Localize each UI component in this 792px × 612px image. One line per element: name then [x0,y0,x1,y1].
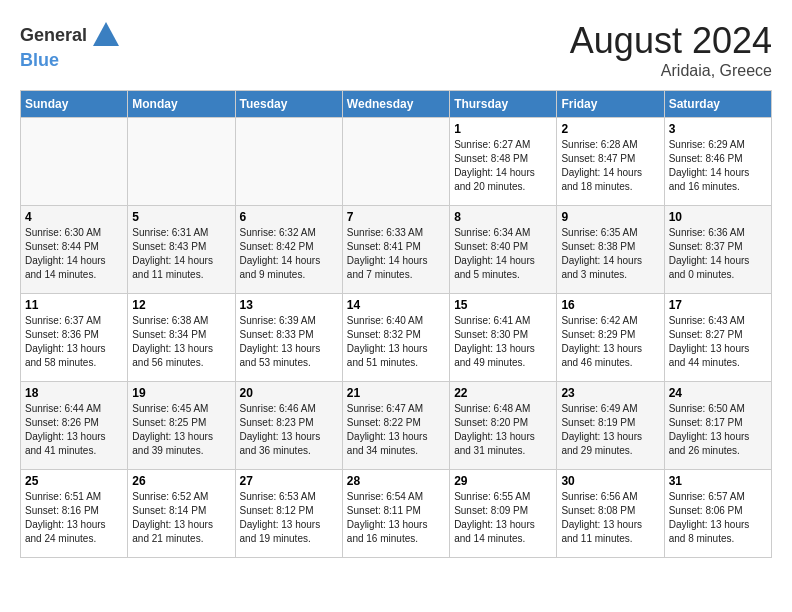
day-info: Sunrise: 6:51 AM Sunset: 8:16 PM Dayligh… [25,490,123,546]
day-info: Sunrise: 6:57 AM Sunset: 8:06 PM Dayligh… [669,490,767,546]
day-info: Sunrise: 6:40 AM Sunset: 8:32 PM Dayligh… [347,314,445,370]
day-info: Sunrise: 6:35 AM Sunset: 8:38 PM Dayligh… [561,226,659,282]
calendar-cell: 30Sunrise: 6:56 AM Sunset: 8:08 PM Dayli… [557,470,664,558]
calendar-cell: 9Sunrise: 6:35 AM Sunset: 8:38 PM Daylig… [557,206,664,294]
calendar-cell [342,118,449,206]
day-number: 30 [561,474,659,488]
calendar-cell: 14Sunrise: 6:40 AM Sunset: 8:32 PM Dayli… [342,294,449,382]
day-number: 3 [669,122,767,136]
calendar-cell: 19Sunrise: 6:45 AM Sunset: 8:25 PM Dayli… [128,382,235,470]
day-number: 26 [132,474,230,488]
day-info: Sunrise: 6:31 AM Sunset: 8:43 PM Dayligh… [132,226,230,282]
day-info: Sunrise: 6:53 AM Sunset: 8:12 PM Dayligh… [240,490,338,546]
day-number: 28 [347,474,445,488]
day-number: 8 [454,210,552,224]
svg-marker-0 [93,22,119,46]
logo-block: General Blue [20,20,121,71]
day-number: 19 [132,386,230,400]
day-number: 11 [25,298,123,312]
page-header: General Blue August 2024 Aridaia, Greece [20,20,772,80]
calendar-cell: 27Sunrise: 6:53 AM Sunset: 8:12 PM Dayli… [235,470,342,558]
calendar-cell: 29Sunrise: 6:55 AM Sunset: 8:09 PM Dayli… [450,470,557,558]
calendar-cell: 28Sunrise: 6:54 AM Sunset: 8:11 PM Dayli… [342,470,449,558]
calendar-cell: 3Sunrise: 6:29 AM Sunset: 8:46 PM Daylig… [664,118,771,206]
day-number: 23 [561,386,659,400]
day-number: 2 [561,122,659,136]
day-info: Sunrise: 6:36 AM Sunset: 8:37 PM Dayligh… [669,226,767,282]
calendar-cell: 18Sunrise: 6:44 AM Sunset: 8:26 PM Dayli… [21,382,128,470]
calendar-cell: 13Sunrise: 6:39 AM Sunset: 8:33 PM Dayli… [235,294,342,382]
day-info: Sunrise: 6:48 AM Sunset: 8:20 PM Dayligh… [454,402,552,458]
day-number: 31 [669,474,767,488]
location: Aridaia, Greece [570,62,772,80]
day-info: Sunrise: 6:47 AM Sunset: 8:22 PM Dayligh… [347,402,445,458]
calendar-week-row: 11Sunrise: 6:37 AM Sunset: 8:36 PM Dayli… [21,294,772,382]
calendar-cell: 17Sunrise: 6:43 AM Sunset: 8:27 PM Dayli… [664,294,771,382]
day-number: 4 [25,210,123,224]
calendar-cell [128,118,235,206]
calendar-week-row: 25Sunrise: 6:51 AM Sunset: 8:16 PM Dayli… [21,470,772,558]
calendar-cell: 5Sunrise: 6:31 AM Sunset: 8:43 PM Daylig… [128,206,235,294]
calendar-week-row: 4Sunrise: 6:30 AM Sunset: 8:44 PM Daylig… [21,206,772,294]
day-number: 16 [561,298,659,312]
calendar-week-row: 1Sunrise: 6:27 AM Sunset: 8:48 PM Daylig… [21,118,772,206]
day-info: Sunrise: 6:55 AM Sunset: 8:09 PM Dayligh… [454,490,552,546]
day-info: Sunrise: 6:49 AM Sunset: 8:19 PM Dayligh… [561,402,659,458]
day-number: 22 [454,386,552,400]
logo-general: General [20,25,87,46]
day-info: Sunrise: 6:39 AM Sunset: 8:33 PM Dayligh… [240,314,338,370]
day-info: Sunrise: 6:33 AM Sunset: 8:41 PM Dayligh… [347,226,445,282]
day-number: 10 [669,210,767,224]
weekday-header-monday: Monday [128,91,235,118]
calendar-cell [21,118,128,206]
day-number: 20 [240,386,338,400]
day-number: 6 [240,210,338,224]
day-number: 29 [454,474,552,488]
day-number: 24 [669,386,767,400]
weekday-header-wednesday: Wednesday [342,91,449,118]
title-block: August 2024 Aridaia, Greece [570,20,772,80]
day-info: Sunrise: 6:32 AM Sunset: 8:42 PM Dayligh… [240,226,338,282]
day-info: Sunrise: 6:43 AM Sunset: 8:27 PM Dayligh… [669,314,767,370]
day-info: Sunrise: 6:37 AM Sunset: 8:36 PM Dayligh… [25,314,123,370]
weekday-header-thursday: Thursday [450,91,557,118]
calendar-cell: 23Sunrise: 6:49 AM Sunset: 8:19 PM Dayli… [557,382,664,470]
day-number: 5 [132,210,230,224]
day-info: Sunrise: 6:46 AM Sunset: 8:23 PM Dayligh… [240,402,338,458]
day-info: Sunrise: 6:41 AM Sunset: 8:30 PM Dayligh… [454,314,552,370]
weekday-header-row: SundayMondayTuesdayWednesdayThursdayFrid… [21,91,772,118]
day-info: Sunrise: 6:54 AM Sunset: 8:11 PM Dayligh… [347,490,445,546]
calendar-cell: 22Sunrise: 6:48 AM Sunset: 8:20 PM Dayli… [450,382,557,470]
day-info: Sunrise: 6:50 AM Sunset: 8:17 PM Dayligh… [669,402,767,458]
day-number: 12 [132,298,230,312]
calendar-cell: 8Sunrise: 6:34 AM Sunset: 8:40 PM Daylig… [450,206,557,294]
day-number: 7 [347,210,445,224]
day-number: 15 [454,298,552,312]
day-info: Sunrise: 6:56 AM Sunset: 8:08 PM Dayligh… [561,490,659,546]
weekday-header-tuesday: Tuesday [235,91,342,118]
day-info: Sunrise: 6:42 AM Sunset: 8:29 PM Dayligh… [561,314,659,370]
logo-blue: Blue [20,50,59,70]
calendar-cell: 20Sunrise: 6:46 AM Sunset: 8:23 PM Dayli… [235,382,342,470]
day-number: 1 [454,122,552,136]
calendar-week-row: 18Sunrise: 6:44 AM Sunset: 8:26 PM Dayli… [21,382,772,470]
day-number: 9 [561,210,659,224]
day-number: 27 [240,474,338,488]
calendar-cell: 6Sunrise: 6:32 AM Sunset: 8:42 PM Daylig… [235,206,342,294]
calendar-cell: 26Sunrise: 6:52 AM Sunset: 8:14 PM Dayli… [128,470,235,558]
weekday-header-saturday: Saturday [664,91,771,118]
weekday-header-sunday: Sunday [21,91,128,118]
day-number: 14 [347,298,445,312]
day-info: Sunrise: 6:45 AM Sunset: 8:25 PM Dayligh… [132,402,230,458]
calendar-table: SundayMondayTuesdayWednesdayThursdayFrid… [20,90,772,558]
calendar-cell: 31Sunrise: 6:57 AM Sunset: 8:06 PM Dayli… [664,470,771,558]
month-year: August 2024 [570,20,772,62]
calendar-cell: 4Sunrise: 6:30 AM Sunset: 8:44 PM Daylig… [21,206,128,294]
calendar-cell: 21Sunrise: 6:47 AM Sunset: 8:22 PM Dayli… [342,382,449,470]
day-number: 17 [669,298,767,312]
day-number: 25 [25,474,123,488]
calendar-cell: 1Sunrise: 6:27 AM Sunset: 8:48 PM Daylig… [450,118,557,206]
logo: General Blue [20,20,121,71]
calendar-cell: 11Sunrise: 6:37 AM Sunset: 8:36 PM Dayli… [21,294,128,382]
day-info: Sunrise: 6:52 AM Sunset: 8:14 PM Dayligh… [132,490,230,546]
